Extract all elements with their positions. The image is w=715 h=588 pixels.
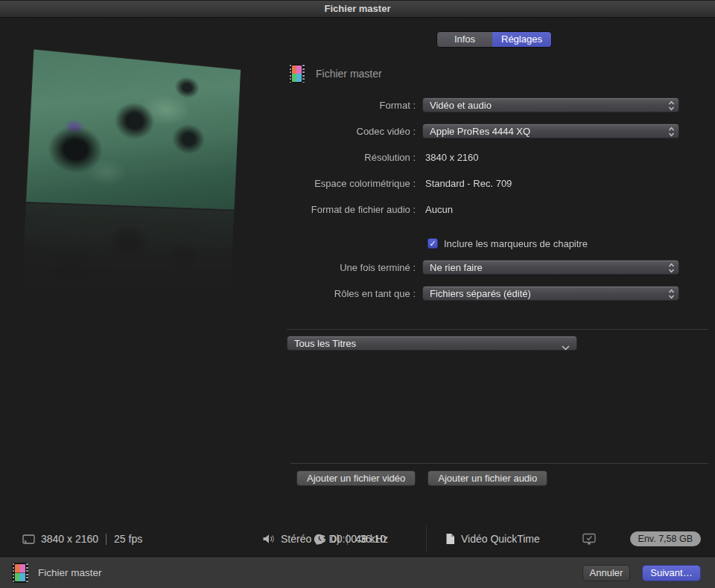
duration-text: 00:00:36:10 (331, 533, 386, 545)
when-done-label: Une fois terminé : (0, 262, 422, 273)
file-type-text: Vidéo QuickTime (461, 533, 540, 545)
add-audio-file-button[interactable]: Ajouter un fichier audio (428, 470, 547, 486)
colorspace-value: Standard - Rec. 709 (422, 178, 512, 189)
tab-reglages[interactable]: Réglages (492, 32, 551, 47)
titles-select[interactable]: Tous les Titres (287, 336, 577, 351)
codec-select-value: Apple ProRes 4444 XQ (430, 126, 530, 137)
when-done-select-value: Ne rien faire (430, 262, 483, 273)
resolution-text: 3840 x 2160 (41, 533, 98, 545)
check-icon: ✓ (429, 239, 436, 248)
colorspace-row: Espace colorimétrique : Standard - Rec. … (0, 176, 685, 191)
framerate-text: 25 fps (114, 533, 142, 545)
add-video-file-button[interactable]: Ajouter un fichier vidéo (296, 470, 416, 486)
format-row: Format : Vidéo et audio (0, 98, 685, 112)
chapter-markers-label: Inclure les marqueurs de chapitre (444, 238, 588, 249)
estimated-size-badge: Env. 7,58 GB (630, 531, 701, 546)
settings-form: Format : Vidéo et audio Codec vidéo : Ap… (0, 98, 685, 312)
separator (106, 534, 107, 545)
roles-row: Rôles en tant que : Fichiers séparés (éd… (0, 286, 685, 301)
colorspace-label: Espace colorimétrique : (0, 178, 422, 189)
audio-format-value: Aucun (422, 204, 453, 215)
codec-select[interactable]: Apple ProRes 4444 XQ (422, 124, 679, 138)
format-select[interactable]: Vidéo et audio (422, 98, 679, 112)
codec-label: Codec vidéo : (0, 126, 422, 137)
monitor-check-icon (582, 533, 597, 546)
roles-select-value: Fichiers séparés (édité) (430, 288, 531, 299)
window-titlebar: Fichier master (0, 0, 715, 18)
audio-format-row: Format de fichier audio : Aucun (0, 202, 685, 217)
when-done-row: Une fois terminé : Ne rien faire (0, 260, 685, 275)
audio-format-label: Format de fichier audio : (0, 204, 422, 215)
footer-bar: Fichier master Annuler Suivant… (0, 557, 715, 588)
master-file-icon (12, 563, 28, 583)
add-file-buttons: Ajouter un fichier vidéo Ajouter un fich… (296, 470, 547, 486)
roles-select[interactable]: Fichiers séparés (édité) (422, 286, 679, 301)
destination-title: Fichier master (316, 68, 382, 80)
master-file-icon (289, 64, 305, 83)
chevron-down-icon (562, 342, 570, 353)
tab-infos[interactable]: Infos (437, 32, 492, 47)
speaker-icon (262, 534, 275, 544)
vertical-divider (426, 526, 427, 552)
clock-icon (314, 534, 325, 545)
resolution-label: Résolution : (0, 152, 422, 163)
stepper-icon (668, 289, 675, 301)
titles-select-value: Tous les Titres (294, 338, 356, 349)
duration-info: 00:00:36:10 (314, 521, 386, 557)
compatibility-indicator (582, 521, 597, 557)
media-info-bar: 3840 x 2160 25 fps Stéréo (G D) 48 kHz 0… (0, 521, 715, 557)
file-type-info: Vidéo QuickTime (445, 521, 540, 557)
format-select-value: Vidéo et audio (430, 100, 492, 111)
codec-row: Codec vidéo : Apple ProRes 4444 XQ (0, 124, 685, 138)
destination-header: Fichier master (289, 64, 382, 83)
document-icon (445, 533, 455, 545)
aspect-ratio-icon (22, 534, 35, 544)
chapter-markers-checkbox[interactable]: ✓ (428, 238, 438, 249)
divider (287, 329, 708, 330)
when-done-select[interactable]: Ne rien faire (422, 260, 679, 275)
window-title: Fichier master (325, 3, 391, 14)
stepper-icon (668, 127, 675, 139)
stepper-icon (668, 100, 675, 113)
resolution-row: Résolution : 3840 x 2160 (0, 150, 685, 164)
chapter-markers-row: ✓ Inclure les marqueurs de chapitre (0, 237, 685, 249)
next-button[interactable]: Suivant… (642, 565, 701, 581)
footer-title: Fichier master (38, 567, 102, 578)
resolution-value: 3840 x 2160 (422, 152, 479, 163)
roles-label: Rôles en tant que : (0, 288, 422, 299)
stepper-icon (668, 263, 675, 275)
tab-bar: Infos Réglages (437, 32, 551, 47)
resolution-info: 3840 x 2160 25 fps (22, 521, 142, 557)
cancel-button[interactable]: Annuler (582, 565, 630, 581)
format-label: Format : (0, 100, 422, 111)
divider (290, 463, 708, 464)
